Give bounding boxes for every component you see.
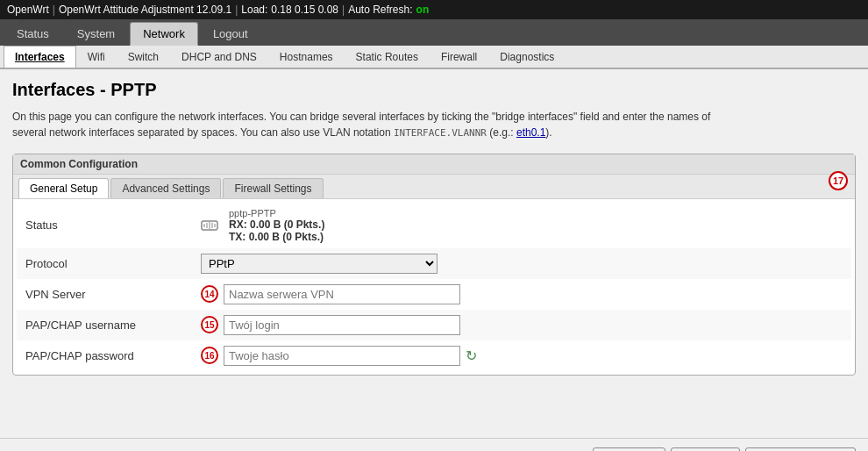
- protocol-row: Protocol PPtP DHCP Static PPPoE None: [17, 248, 851, 279]
- badge-16: 16: [201, 347, 218, 364]
- load-label: Load:: [241, 4, 267, 16]
- desc-example-link[interactable]: eth0.1: [516, 126, 545, 139]
- password-input-group: 16 ↻: [201, 346, 843, 366]
- navbar: Status System Network Logout: [0, 19, 868, 46]
- inner-tab-firewall[interactable]: Firewall Settings: [223, 178, 323, 198]
- status-label: Status: [17, 203, 192, 248]
- brand-label: OpenWrt: [7, 4, 49, 16]
- page-description: On this page you can configure the netwo…: [12, 109, 856, 141]
- username-input[interactable]: [224, 315, 460, 335]
- sep1: |: [53, 4, 55, 16]
- page-title: Interfaces - PPTP: [12, 80, 856, 100]
- autorefresh-label: Auto Refresh:: [348, 4, 412, 16]
- inner-tab-advanced[interactable]: Advanced Settings: [110, 178, 221, 198]
- main-content: Interfaces - PPTP On this page you can c…: [0, 69, 868, 438]
- save-button[interactable]: 💾 Save: [671, 447, 740, 451]
- sub-tab-dhcp-dns[interactable]: DHCP and DNS: [170, 46, 268, 68]
- autorefresh-value: on: [416, 4, 430, 16]
- password-cell: 16 ↻: [192, 340, 851, 371]
- load-value: 0.18 0.15 0.08: [271, 4, 338, 16]
- vpn-server-input[interactable]: [224, 284, 460, 304]
- config-inner: Status pptp-P: [13, 199, 855, 375]
- sub-tab-firewall[interactable]: Firewall: [430, 46, 488, 68]
- password-input[interactable]: [224, 346, 460, 366]
- subnav: Interfaces Wifi Switch DHCP and DNS Host…: [0, 46, 868, 69]
- config-box: Common Configuration General Setup Advan…: [12, 154, 856, 376]
- vpn-server-cell: 14: [192, 279, 851, 310]
- sep2: |: [235, 4, 238, 16]
- password-row: PAP/CHAP password 16 ↻: [17, 340, 851, 371]
- badge-15: 15: [201, 316, 218, 333]
- vpn-server-label: VPN Server: [17, 279, 192, 310]
- sub-tab-wifi[interactable]: Wifi: [76, 46, 117, 68]
- protocol-select[interactable]: PPtP DHCP Static PPPoE None: [201, 254, 438, 274]
- status-iface: pptp-PPTP: [229, 208, 324, 218]
- config-legend: Common Configuration: [13, 154, 855, 175]
- sub-tab-hostnames[interactable]: Hostnames: [268, 46, 345, 68]
- nav-tab-system[interactable]: System: [64, 22, 128, 46]
- sub-tab-static-routes[interactable]: Static Routes: [345, 46, 430, 68]
- reset-button[interactable]: ↺ Reset: [593, 447, 665, 451]
- network-icon: [201, 217, 218, 234]
- vpn-server-input-group: 14: [201, 284, 843, 304]
- status-tx: TX: 0.00 B (0 Pkts.): [229, 231, 324, 243]
- username-row: PAP/CHAP username 15: [17, 310, 851, 340]
- form-table: Status pptp-P: [17, 203, 851, 371]
- footer-buttons: ↺ Reset 💾 Save ✔ Save & Apply: [0, 438, 868, 451]
- sub-tab-switch[interactable]: Switch: [117, 46, 170, 68]
- inner-tab-general[interactable]: General Setup: [18, 178, 109, 198]
- status-value: pptp-PPTP RX: 0.00 B (0 Pkts.) TX: 0.00 …: [192, 203, 851, 248]
- protocol-label: Protocol: [17, 248, 192, 279]
- username-label: PAP/CHAP username: [17, 310, 192, 340]
- desc-end: .: [549, 126, 551, 139]
- nav-tab-status[interactable]: Status: [4, 22, 62, 46]
- badge-14: 14: [201, 285, 218, 303]
- protocol-value-cell: PPtP DHCP Static PPPoE None: [192, 248, 851, 279]
- sep3: |: [342, 4, 345, 16]
- username-input-group: 15: [201, 315, 843, 335]
- status-rx: RX: 0.00 B (0 Pkts.): [229, 218, 324, 231]
- sub-tab-diagnostics[interactable]: Diagnostics: [488, 46, 566, 68]
- vpn-server-row: VPN Server 14: [17, 279, 851, 310]
- config-legend-text: Common Configuration: [20, 158, 138, 170]
- status-row: Status pptp-P: [17, 203, 851, 248]
- desc-example-label: e.g.:: [493, 126, 513, 139]
- generate-password-icon[interactable]: ↻: [466, 347, 477, 364]
- username-cell: 15: [192, 310, 851, 340]
- topbar: OpenWrt | OpenWrt Attitude Adjustment 12…: [0, 0, 868, 19]
- nav-tab-network[interactable]: Network: [130, 22, 198, 46]
- password-label: PAP/CHAP password: [17, 340, 192, 371]
- save-apply-button[interactable]: ✔ Save & Apply: [745, 447, 856, 451]
- nav-tab-logout[interactable]: Logout: [200, 22, 261, 46]
- version-label: OpenWrt Attitude Adjustment 12.09.1: [59, 4, 231, 16]
- sub-tab-interfaces[interactable]: Interfaces: [4, 46, 76, 68]
- badge-17: 17: [829, 171, 848, 190]
- inner-tabs: General Setup Advanced Settings Firewall…: [13, 175, 855, 199]
- desc-line1: On this page you can configure the netwo…: [12, 111, 710, 123]
- desc-code: INTERFACE.VLANNR: [394, 127, 487, 139]
- desc-line2: several network interfaces separated by …: [12, 126, 391, 139]
